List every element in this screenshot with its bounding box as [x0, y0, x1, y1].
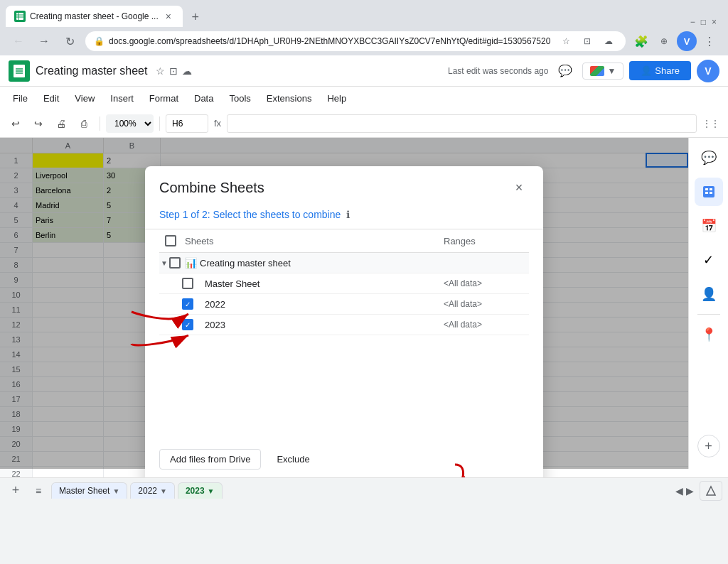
browser-chrome: Creating master sheet - Google ... × + −…	[0, 0, 728, 55]
select-all-checkbox[interactable]	[165, 235, 176, 246]
sheet-tabs: + ≡ Master Sheet ▼ 2022 ▼ 2023 ▼ ◀ ▶	[0, 477, 728, 503]
menu-format[interactable]: Format	[142, 90, 186, 107]
add-files-button[interactable]: Add files from Drive	[159, 449, 261, 470]
doc-title: Creating master sheet	[36, 65, 147, 77]
master-sheet-name: Master Sheet	[199, 278, 444, 289]
expand-formula-icon[interactable]: ⋮⋮	[700, 119, 722, 129]
comment-button[interactable]: 💬	[554, 60, 577, 82]
master-sheet-tab-arrow[interactable]: ▼	[112, 487, 119, 495]
window-minimize-button[interactable]: −	[690, 17, 695, 27]
master-check-col	[176, 278, 199, 289]
meet-icon	[590, 66, 604, 76]
spreadsheet-body: A B 1 2 2 Liverpool 30	[0, 138, 728, 494]
side-divider	[697, 314, 720, 315]
new-tab-button[interactable]: +	[186, 7, 205, 27]
sheets-side-icon[interactable]	[695, 178, 723, 206]
menu-insert[interactable]: Insert	[103, 90, 141, 107]
undo-button[interactable]: ↩	[6, 114, 26, 134]
formula-bar[interactable]	[227, 114, 697, 133]
calendar-side-icon[interactable]: 📅	[695, 212, 723, 240]
modal-overlay: Combine Sheets × Step 1 of 2: Select the…	[0, 138, 688, 469]
side-panel: 💬 📅 ✓ 👤 📍 +	[688, 138, 728, 469]
window-close-button[interactable]: ×	[712, 17, 717, 27]
tab-2022-arrow[interactable]: ▼	[160, 487, 167, 495]
tasks-side-icon[interactable]: ✓	[695, 246, 723, 274]
reload-button[interactable]: ↻	[60, 31, 80, 51]
address-bar[interactable]: 🔒 docs.google.com/spreadsheets/d/1DHAph_…	[85, 31, 626, 51]
menu-view[interactable]: View	[68, 90, 102, 107]
step-instruction: Select the sheets to combine	[213, 209, 341, 220]
pip-icon[interactable]: ⊡	[579, 33, 596, 50]
sheets-header: Creating master sheet ☆ ⊡ ☁ Last edit wa…	[0, 55, 728, 87]
back-nav-button[interactable]: ←	[9, 31, 28, 51]
contacts-side-icon[interactable]: 👤	[695, 280, 723, 308]
print-button[interactable]: 🖨	[51, 114, 71, 134]
menu-extensions[interactable]: Extensions	[259, 90, 319, 107]
tab-master-sheet[interactable]: Master Sheet ▼	[51, 482, 127, 499]
add-sheet-button[interactable]: +	[6, 481, 26, 501]
master-sheet-checkbox[interactable]	[182, 278, 193, 289]
sheet-row-master: Master Sheet <All data>	[159, 273, 529, 294]
step-label: Step 1 of 2: Select the sheets to combin…	[159, 209, 529, 220]
modal-close-button[interactable]: ×	[509, 178, 529, 197]
zoom-selector[interactable]: 100%	[106, 114, 154, 133]
menu-button[interactable]: ⋮	[700, 31, 719, 51]
tab-close-icon[interactable]: ×	[163, 11, 174, 22]
window-maximize-button[interactable]: □	[701, 17, 706, 27]
chat-side-icon[interactable]: 💬	[695, 143, 723, 172]
cloud-sync-icon[interactable]: ☁	[182, 65, 192, 77]
profile-icon[interactable]: ⊕	[654, 31, 674, 51]
menu-bar: File Edit View Insert Format Data Tools …	[0, 87, 728, 109]
share-button[interactable]: 👤 Share	[629, 61, 691, 80]
star-icon[interactable]: ☆	[156, 65, 165, 77]
sheets-explore-button[interactable]	[700, 481, 722, 501]
forward-nav-button[interactable]: →	[34, 31, 54, 51]
meet-button[interactable]: ▼	[582, 63, 623, 80]
sheet-2022-checkbox[interactable]: ✓	[182, 298, 193, 310]
user-avatar[interactable]: V	[697, 60, 719, 82]
move-icon[interactable]: ⊡	[169, 65, 178, 77]
scroll-right-icon[interactable]: ▶	[686, 485, 694, 497]
browser-tab[interactable]: Creating master sheet - Google ... ×	[6, 6, 183, 27]
menu-tools[interactable]: Tools	[222, 90, 257, 107]
scroll-left-icon[interactable]: ◀	[675, 485, 683, 497]
sheet-2023-checkbox[interactable]: ✓	[182, 319, 193, 330]
tab-2023-label: 2023	[186, 486, 205, 496]
add-side-panel-button[interactable]: +	[697, 435, 720, 457]
address-text: docs.google.com/spreadsheets/d/1DHAph_UR…	[109, 36, 553, 46]
browser-actions: 🧩 ⊕ V ⋮	[631, 31, 719, 51]
menu-data[interactable]: Data	[187, 90, 220, 107]
step-info-icon[interactable]: ℹ	[346, 209, 350, 220]
svg-rect-12	[710, 192, 712, 194]
modal-header: Combine Sheets ×	[145, 166, 543, 203]
maps-side-icon[interactable]: 📍	[695, 320, 723, 349]
extensions-button[interactable]: 🧩	[631, 31, 651, 51]
toolbar-separator-2	[159, 116, 160, 131]
bookmark-icon[interactable]: ☆	[557, 33, 574, 50]
paint-format-button[interactable]: ⎙	[74, 114, 94, 134]
sheet-list-button[interactable]: ≡	[28, 481, 48, 501]
last-edit-text: Last edit was seconds ago	[448, 66, 548, 76]
tab-favicon	[14, 11, 26, 22]
cloud-icon[interactable]: ☁	[600, 33, 617, 50]
redo-button[interactable]: ↪	[28, 114, 48, 134]
tab-2023-arrow[interactable]: ▼	[208, 487, 215, 495]
cell-reference[interactable]: H6	[166, 114, 208, 133]
tab-2022[interactable]: 2022 ▼	[130, 482, 175, 499]
modal-title: Combine Sheets	[159, 180, 264, 196]
tab-bar: Creating master sheet - Google ... × + −…	[0, 0, 728, 27]
menu-edit[interactable]: Edit	[36, 90, 66, 107]
menu-help[interactable]: Help	[320, 90, 353, 107]
spreadsheet-icon: 📊	[185, 257, 197, 269]
sheets-app: Creating master sheet ☆ ⊡ ☁ Last edit wa…	[0, 55, 728, 503]
user-profile-button[interactable]: V	[677, 31, 697, 51]
group-checkbox[interactable]	[169, 257, 181, 269]
tab-2023[interactable]: 2023 ▼	[178, 482, 223, 499]
exclude-button[interactable]: Exclude	[267, 449, 319, 470]
expand-arrow-icon[interactable]: ▼	[161, 259, 168, 267]
group-name: 📊 Creating master sheet	[182, 257, 444, 269]
svg-rect-8	[703, 186, 714, 197]
sheets-col-header: Sheets	[182, 236, 444, 246]
menu-file[interactable]: File	[6, 90, 35, 107]
svg-rect-10	[710, 188, 712, 190]
